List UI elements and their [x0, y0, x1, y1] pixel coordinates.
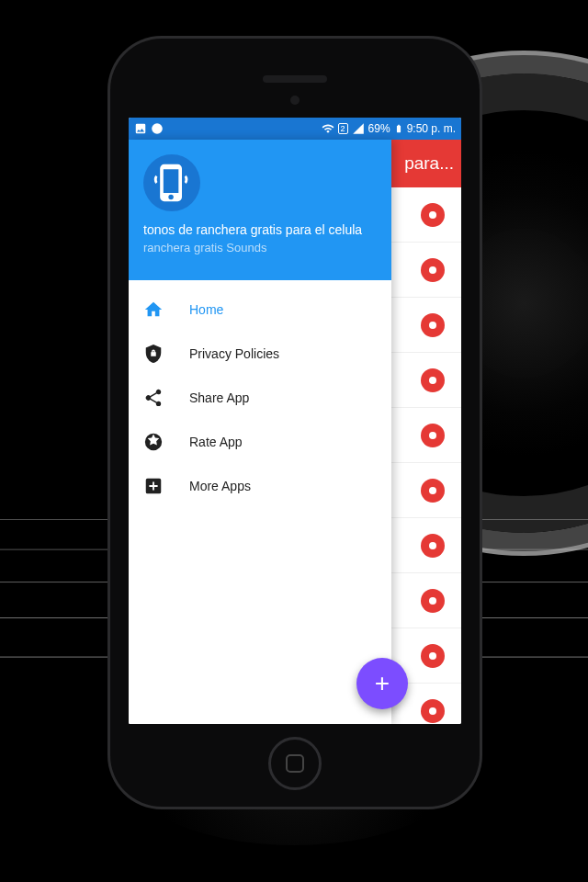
nav-item-label: Rate App [189, 435, 243, 449]
clock-text: 9:50 p. m. [407, 122, 456, 135]
status-bar: 2 69% 9:50 p. m. [129, 118, 461, 140]
phone-camera [290, 96, 300, 105]
phone-earpiece [263, 75, 327, 83]
drawer-header: tonos de ranchera gratis para el celula … [129, 140, 391, 280]
nav-privacy[interactable]: Privacy Policies [129, 332, 391, 376]
play-icon[interactable] [421, 534, 445, 558]
home-icon [143, 300, 164, 320]
play-icon[interactable] [421, 699, 445, 723]
share-icon [143, 388, 164, 408]
play-icon[interactable] [421, 203, 445, 227]
image-icon [134, 122, 147, 135]
nav-item-label: Privacy Policies [189, 346, 279, 361]
nav-rate[interactable]: Rate App [129, 420, 391, 464]
app-logo [143, 154, 200, 211]
play-icon[interactable] [421, 368, 445, 392]
play-icon[interactable] [421, 479, 445, 503]
shield-icon [143, 344, 164, 364]
shazam-icon [151, 122, 164, 135]
nav-home[interactable]: Home [129, 288, 391, 332]
plus-box-icon [143, 476, 164, 496]
screen: 2 69% 9:50 p. m. para... e e [129, 118, 461, 724]
play-icon[interactable] [421, 258, 445, 282]
phone-ring-icon [152, 163, 192, 203]
plus-icon: + [375, 669, 390, 698]
play-icon[interactable] [421, 424, 445, 447]
nav-more[interactable]: More Apps [129, 464, 391, 508]
nav-item-label: More Apps [189, 479, 251, 493]
nav-drawer: tonos de ranchera gratis para el celula … [129, 140, 391, 724]
phone-frame: 2 69% 9:50 p. m. para... e e [110, 39, 480, 807]
sim-indicator: 2 [338, 123, 348, 134]
signal-icon [352, 122, 365, 135]
play-icon[interactable] [421, 644, 445, 668]
play-icon[interactable] [421, 589, 445, 613]
nav-share[interactable]: Share App [129, 376, 391, 420]
battery-icon [394, 122, 403, 135]
nav-item-label: Share App [189, 390, 249, 405]
battery-text: 69% [368, 122, 390, 135]
drawer-subtitle: ranchera gratis Sounds [143, 241, 377, 254]
drawer-title: tonos de ranchera gratis para el celula [143, 222, 377, 237]
svg-point-0 [152, 123, 163, 134]
wifi-icon [322, 122, 334, 135]
fab-add[interactable]: + [356, 658, 408, 709]
star-circle-icon [143, 432, 164, 452]
play-icon[interactable] [421, 313, 445, 337]
toolbar-title-fragment: para... [404, 153, 461, 174]
nav-item-label: Home [189, 302, 223, 317]
phone-home-button[interactable] [268, 737, 322, 790]
